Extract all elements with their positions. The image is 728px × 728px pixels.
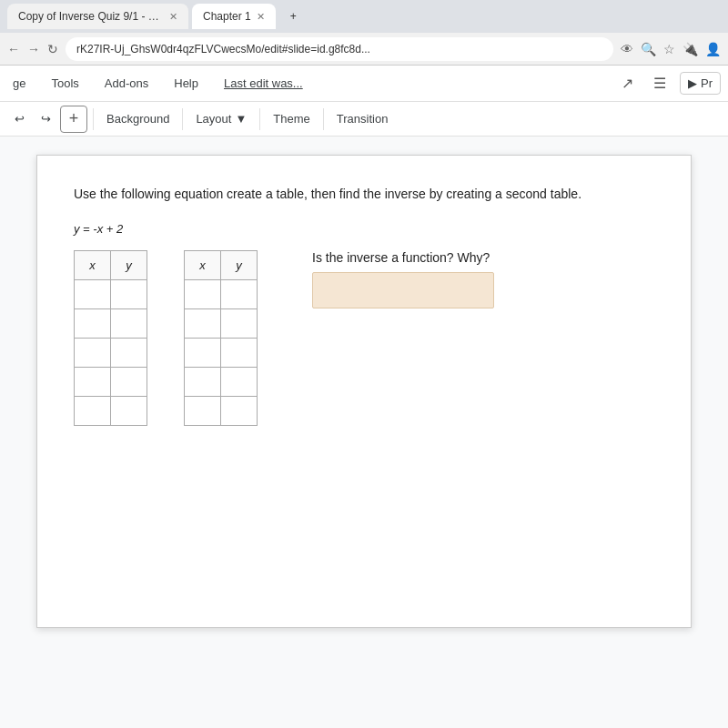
theme-label: Theme [273, 112, 309, 126]
present-icon: ▶ [688, 76, 697, 90]
table2-cell[interactable] [185, 339, 221, 368]
tab-quiz-label: Copy of Inverse Quiz 9/1 - Goog [18, 10, 164, 23]
eye-icon[interactable]: 👁 [621, 42, 633, 56]
layout-chevron: ▼ [235, 112, 247, 126]
layout-label: Layout [196, 112, 231, 126]
theme-button[interactable]: Theme [266, 106, 317, 133]
tab-chapter[interactable]: Chapter 1 ✕ [192, 4, 276, 29]
table2-header-x: x [185, 251, 221, 280]
add-element-button[interactable]: + [60, 106, 87, 133]
tab-bar: Copy of Inverse Quiz 9/1 - Goog ✕ Chapte… [0, 0, 728, 33]
table1-cell[interactable] [75, 368, 111, 397]
search-icon[interactable]: 🔍 [641, 42, 656, 56]
toolbar-separator-2 [182, 108, 183, 130]
table-row [75, 339, 147, 368]
layout-button[interactable]: Layout ▼ [188, 106, 254, 133]
table2: x y [184, 250, 258, 426]
table2-header-y: y [221, 251, 258, 280]
table2-cell[interactable] [221, 309, 258, 339]
new-tab-button[interactable]: + [279, 4, 308, 29]
table-row [75, 368, 147, 397]
table-row [75, 280, 147, 309]
redo-button[interactable]: ↪ [34, 106, 58, 133]
present-button[interactable]: ▶ Pr [680, 72, 721, 95]
table-row [75, 397, 147, 426]
profile-icon[interactable]: 👤 [705, 42, 721, 56]
transition-label: Transition [337, 112, 389, 126]
answer-section: Is the inverse a function? Why? [312, 250, 494, 308]
menu-item-addons[interactable]: Add-ons [99, 73, 154, 94]
table1-cell[interactable] [75, 280, 111, 309]
table1-cell[interactable] [75, 339, 111, 368]
table2-cell[interactable] [185, 280, 221, 309]
table-row [185, 309, 258, 339]
table1-cell[interactable] [75, 397, 111, 426]
last-edit-label: Last edit was... [218, 73, 308, 94]
comment-icon[interactable]: ☰ [647, 71, 672, 96]
extension-icon[interactable]: 🔌 [682, 42, 698, 56]
background-button[interactable]: Background [99, 106, 177, 133]
slide-instruction: Use the following equation create a tabl… [74, 185, 654, 204]
tab-quiz-close[interactable]: ✕ [169, 11, 177, 23]
table2-cell[interactable] [221, 280, 258, 309]
table2-cell[interactable] [221, 368, 258, 397]
table1-cell[interactable] [111, 368, 147, 397]
table1-cell[interactable] [111, 280, 147, 309]
table1-cell[interactable] [111, 309, 147, 339]
toolbar-separator-4 [323, 108, 324, 130]
table-row [185, 397, 258, 426]
present-label: Pr [701, 76, 713, 90]
table1-header-y: y [111, 251, 147, 280]
table1-header-x: x [75, 251, 111, 280]
menu-item-tools[interactable]: Tools [46, 73, 84, 94]
table-row [185, 280, 258, 309]
refresh-icon[interactable]: ↻ [47, 42, 58, 56]
tables-row: x y x y [74, 250, 654, 426]
slide-canvas: Use the following equation create a tabl… [36, 155, 692, 628]
table-row [185, 368, 258, 397]
table2-cell[interactable] [185, 397, 221, 426]
table1-cell[interactable] [75, 309, 111, 339]
table2-cell[interactable] [221, 397, 258, 426]
star-icon[interactable]: ☆ [663, 42, 675, 56]
address-bar-row: ← → ↻ 👁 🔍 ☆ 🔌 👤 [0, 33, 728, 66]
address-input[interactable] [66, 37, 613, 61]
slides-toolbar: ↩ ↪ + Background Layout ▼ Theme Transiti… [0, 102, 728, 136]
transition-button[interactable]: Transition [329, 106, 396, 133]
tab-chapter-close[interactable]: ✕ [257, 11, 265, 23]
slides-main: Use the following equation create a tabl… [0, 136, 728, 728]
table1-cell[interactable] [111, 397, 147, 426]
undo-button[interactable]: ↩ [7, 106, 32, 133]
plus-icon: + [69, 109, 79, 128]
inverse-question-label: Is the inverse a function? Why? [312, 250, 494, 265]
tab-quiz[interactable]: Copy of Inverse Quiz 9/1 - Goog ✕ [7, 4, 188, 29]
toolbar-separator-1 [93, 108, 94, 130]
table2-cell[interactable] [185, 368, 221, 397]
forward-icon[interactable]: → [27, 42, 40, 56]
back-icon[interactable]: ← [7, 42, 20, 56]
slides-menubar: ge Tools Add-ons Help Last edit was... ↗… [0, 66, 728, 102]
menu-item-help[interactable]: Help [168, 73, 204, 94]
slides-icon-group: ↗ ☰ ▶ Pr [614, 71, 721, 96]
toolbar-separator-3 [259, 108, 260, 130]
menu-item-ge[interactable]: ge [7, 73, 31, 94]
tab-chapter-label: Chapter 1 [203, 10, 251, 23]
table2-cell[interactable] [185, 309, 221, 339]
table1: x y [74, 250, 147, 426]
table1-cell[interactable] [111, 339, 147, 368]
table2-cell[interactable] [221, 339, 258, 368]
answer-input-box[interactable] [312, 272, 494, 308]
table-row [185, 339, 258, 368]
background-label: Background [106, 112, 169, 126]
trend-icon[interactable]: ↗ [614, 71, 640, 96]
table-row [75, 309, 147, 339]
slide-equation: y = -x + 2 [74, 222, 654, 236]
undo-icon: ↩ [15, 112, 25, 126]
redo-icon: ↪ [41, 112, 51, 126]
